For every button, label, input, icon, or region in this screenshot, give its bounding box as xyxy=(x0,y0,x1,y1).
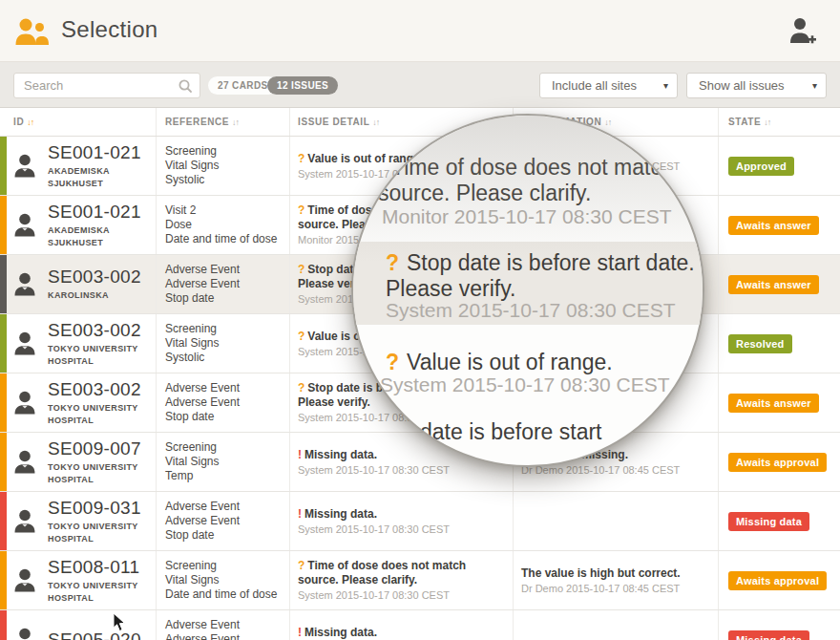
table-row[interactable]: SE009-007 TOKYO UNIVERSITY HOSPITAL Scre… xyxy=(0,433,840,492)
reference-cell: Adverse EventAdverse EventStop date xyxy=(156,373,289,432)
state-badge: Resolved xyxy=(728,334,792,353)
state-badge: Awaits answer xyxy=(728,275,819,294)
issue-timestamp: System 2015-10-17 08:30 CEST xyxy=(298,464,513,477)
site-name: TOKYO UNIVERSITY HOSPITAL xyxy=(48,580,153,603)
card-id: SE005-020 xyxy=(48,629,153,640)
site-filter-dropdown[interactable]: Include all sites ▾ xyxy=(539,73,678,98)
reference-cell: Visit 2DoseDate and time of dose xyxy=(156,196,289,254)
reference-line: Vital Signs xyxy=(165,336,289,351)
question-icon: ? xyxy=(386,250,399,276)
confirmation-line: The value is high but correct. xyxy=(521,566,718,581)
patient-avatar-icon xyxy=(14,450,35,474)
reference-cell: ScreeningVital SignsSystolic xyxy=(156,137,289,195)
people-group-icon xyxy=(15,17,50,50)
confirmation-timestamp: Dr Demo 2015-10-17 08:45 CEST xyxy=(521,583,718,595)
reference-line: Date and time of dose xyxy=(165,232,289,246)
column-header-id[interactable]: ID↓↑ xyxy=(0,108,156,136)
issue-detail-cell: ?Time of dose does not matchsource. Plea… xyxy=(289,551,513,609)
patient-avatar-icon xyxy=(14,628,35,640)
reference-line: Adverse Event xyxy=(165,514,289,528)
lens-timestamp: System 2015-10-17 08:30 CEST xyxy=(380,373,670,396)
reference-line: Vital Signs xyxy=(165,573,289,587)
state-badge: Awaits answer xyxy=(728,394,819,413)
reference-line: Screening xyxy=(165,440,289,455)
app-header: Selection xyxy=(0,0,840,62)
reference-cell: ScreeningVital SignsTemp xyxy=(156,433,289,491)
question-icon: ? xyxy=(298,263,304,276)
card-id: SE003-002 xyxy=(48,267,153,288)
status-color-bar xyxy=(0,314,7,373)
card-id: SE001-021 xyxy=(48,202,153,223)
sort-icon: ↓↑ xyxy=(372,117,379,127)
card-id: SE003-002 xyxy=(48,320,153,341)
lens-text: date is before start xyxy=(420,419,602,445)
reference-line: Adverse Event xyxy=(165,618,289,632)
sort-icon: ↓↑ xyxy=(764,117,770,127)
reference-line: Vital Signs xyxy=(165,455,289,469)
sort-icon: ↓↑ xyxy=(604,117,611,127)
issue-filter-dropdown[interactable]: Show all issues ▾ xyxy=(686,73,827,98)
status-color-bar xyxy=(0,255,7,313)
patient-avatar-icon xyxy=(14,154,35,178)
site-name: AKADEMISKA SJUKHUSET xyxy=(48,224,153,247)
site-name: TOKYO UNIVERSITY HOSPITAL xyxy=(48,461,153,484)
question-icon: ? xyxy=(386,350,399,375)
status-color-bar xyxy=(0,433,7,491)
patient-avatar-icon xyxy=(14,568,35,592)
selection-app: Selection 27 CARDS 12 ISSUES Include all xyxy=(0,0,840,640)
search-icon xyxy=(178,78,193,97)
card-id: SE009-007 xyxy=(48,438,153,459)
patient-avatar-icon xyxy=(14,509,35,533)
status-color-bar xyxy=(0,137,7,195)
patient-avatar-icon xyxy=(14,272,35,296)
confirmation-cell: The value is high but correct.Dr Demo 20… xyxy=(513,551,718,609)
page-title: Selection xyxy=(61,16,158,43)
column-header-state[interactable]: STATE↓↑ xyxy=(718,108,840,136)
question-icon: ? xyxy=(298,330,304,343)
table-header: ID↓↑ REFERENCE↓↑ ISSUE DETAIL↓↑ CONFIRMA… xyxy=(0,108,840,137)
issues-count-badge: 12 ISSUES xyxy=(267,76,338,95)
status-color-bar xyxy=(0,492,7,550)
state-badge: Awaits approval xyxy=(728,453,827,472)
sort-icon: ↓↑ xyxy=(232,117,239,127)
card-id: SE009-031 xyxy=(48,498,153,519)
table-row[interactable]: SE008-011 TOKYO UNIVERSITY HOSPITAL Scre… xyxy=(0,551,840,610)
issue-detail-cell: !Missing data.System 2015-10-17 08:30 CE… xyxy=(289,492,513,550)
magnifier-lens: Time of dose does not match source. Plea… xyxy=(351,114,704,467)
search-box xyxy=(13,73,200,98)
reference-line: Screening xyxy=(165,322,289,336)
reference-line: Visit 2 xyxy=(165,203,289,218)
reference-line: Adverse Event xyxy=(165,500,289,514)
reference-line: Temp xyxy=(165,469,289,483)
reference-line: Date and time of dose xyxy=(165,587,289,602)
status-color-bar xyxy=(0,373,7,432)
state-badge: Missing data xyxy=(728,630,809,640)
card-id: SE001-021 xyxy=(48,142,153,163)
question-icon: ? xyxy=(298,381,304,395)
add-user-icon[interactable] xyxy=(788,17,816,50)
lens-text: Value is out of range. xyxy=(407,350,613,375)
search-input[interactable] xyxy=(14,74,200,97)
site-name: TOKYO UNIVERSITY HOSPITAL xyxy=(48,521,153,544)
reference-line: Stop date xyxy=(165,410,289,424)
column-header-reference[interactable]: REFERENCE↓↑ xyxy=(156,108,289,136)
reference-cell: Adverse EventAdverse EventStop date xyxy=(156,610,289,640)
issue-line: ?Time of dose does not match xyxy=(298,559,513,573)
issue-line: !Missing data. xyxy=(298,626,513,640)
reference-line: Adverse Event xyxy=(165,277,289,291)
reference-line: Stop date xyxy=(165,528,289,543)
lens-timestamp: Monitor 2015-10-17 08:30 CEST xyxy=(382,205,672,228)
reference-line: Adverse Event xyxy=(165,381,289,395)
reference-cell: Adverse EventAdverse EventStop date xyxy=(156,492,289,550)
site-name: TOKYO UNIVERSITY HOSPITAL xyxy=(48,402,153,425)
table-row[interactable]: SE009-031 TOKYO UNIVERSITY HOSPITAL Adve… xyxy=(0,492,840,551)
reference-cell: ScreeningVital SignsSystolic xyxy=(156,314,289,373)
chevron-down-icon: ▾ xyxy=(663,74,668,97)
lens-text: Time of dose does not match xyxy=(391,155,674,181)
reference-line: Screening xyxy=(165,559,289,573)
reference-line: Systolic xyxy=(165,173,289,187)
exclamation-icon: ! xyxy=(298,448,302,461)
question-icon: ? xyxy=(298,559,304,572)
reference-line: Screening xyxy=(165,144,289,159)
status-color-bar xyxy=(0,551,7,609)
